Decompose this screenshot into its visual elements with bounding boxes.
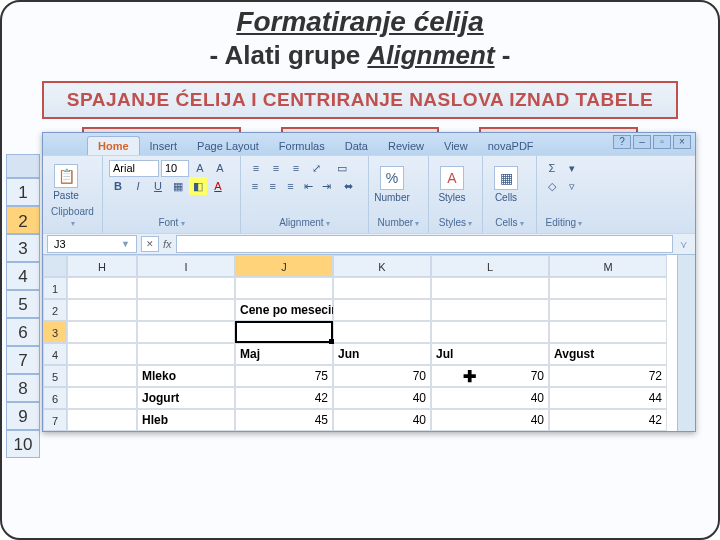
decrease-indent-icon[interactable]: ⇤: [300, 177, 316, 195]
font-size-select[interactable]: 10: [161, 160, 189, 177]
fx-icon[interactable]: fx: [163, 238, 172, 250]
align-left-icon[interactable]: ≡: [247, 177, 263, 195]
increase-indent-icon[interactable]: ⇥: [318, 177, 334, 195]
select-all-corner[interactable]: [43, 255, 67, 277]
border-button[interactable]: ▦: [169, 177, 187, 195]
tab-novapdf[interactable]: novaPDF: [478, 137, 544, 155]
col-header-J[interactable]: J: [235, 255, 333, 277]
align-center-icon[interactable]: ≡: [265, 177, 281, 195]
cell[interactable]: [137, 299, 235, 321]
cell[interactable]: 70: [333, 365, 431, 387]
restore-icon[interactable]: ▫: [653, 135, 671, 149]
col-header-M[interactable]: M: [549, 255, 667, 277]
cell[interactable]: [333, 277, 431, 299]
col-header-L[interactable]: L: [431, 255, 549, 277]
outer-row-1[interactable]: 1: [6, 178, 40, 206]
col-header-I[interactable]: I: [137, 255, 235, 277]
formula-input[interactable]: [176, 235, 673, 253]
fill-icon[interactable]: ▾: [563, 159, 581, 177]
cell[interactable]: 44: [549, 387, 667, 409]
align-bottom-icon[interactable]: ≡: [287, 159, 305, 177]
cell[interactable]: 42: [549, 409, 667, 431]
cell[interactable]: [431, 299, 549, 321]
cell[interactable]: [137, 321, 235, 343]
tab-data[interactable]: Data: [335, 137, 378, 155]
cell[interactable]: [67, 277, 137, 299]
cell[interactable]: 70: [431, 365, 549, 387]
cell[interactable]: Jul: [431, 343, 549, 365]
cell[interactable]: [431, 321, 549, 343]
paste-button[interactable]: 📋 Paste: [49, 159, 83, 206]
row-header-1[interactable]: 1: [43, 277, 67, 299]
cell[interactable]: [137, 343, 235, 365]
cell[interactable]: [333, 299, 431, 321]
cell[interactable]: Hleb: [137, 409, 235, 431]
tab-home[interactable]: Home: [87, 136, 140, 155]
wrap-text-icon[interactable]: ▭: [327, 159, 357, 177]
tab-insert[interactable]: Insert: [140, 137, 188, 155]
outer-row-9[interactable]: 9: [6, 402, 40, 430]
underline-button[interactable]: U: [149, 177, 167, 195]
cell[interactable]: 40: [333, 409, 431, 431]
cell[interactable]: [67, 299, 137, 321]
orientation-icon[interactable]: ⤢: [307, 159, 325, 177]
align-right-icon[interactable]: ≡: [283, 177, 299, 195]
tab-formulas[interactable]: Formulas: [269, 137, 335, 155]
cell[interactable]: [67, 365, 137, 387]
cell[interactable]: 45: [235, 409, 333, 431]
cell[interactable]: [549, 299, 667, 321]
cell[interactable]: 40: [333, 387, 431, 409]
cell[interactable]: [67, 343, 137, 365]
align-top-icon[interactable]: ≡: [247, 159, 265, 177]
merge-center-button[interactable]: ⬌: [336, 177, 362, 195]
grow-font-icon[interactable]: A: [191, 159, 209, 177]
minimize-ribbon-icon[interactable]: –: [633, 135, 651, 149]
bold-button[interactable]: B: [109, 177, 127, 195]
outer-row-10[interactable]: 10: [6, 430, 40, 458]
cell[interactable]: Avgust: [549, 343, 667, 365]
help-icon[interactable]: ?: [613, 135, 631, 149]
clear-icon[interactable]: ◇: [543, 177, 561, 195]
tab-page-layout[interactable]: Page Layout: [187, 137, 269, 155]
row-header-5[interactable]: 5: [43, 365, 67, 387]
sort-filter-icon[interactable]: ▿: [563, 177, 581, 195]
name-box[interactable]: J3 ▼: [47, 235, 137, 253]
cells-button[interactable]: ▦ Cells: [489, 159, 523, 209]
cell[interactable]: Jogurt: [137, 387, 235, 409]
active-cell-J3[interactable]: [235, 321, 333, 343]
row-header-6[interactable]: 6: [43, 387, 67, 409]
cell[interactable]: Maj: [235, 343, 333, 365]
cell[interactable]: 40: [431, 409, 549, 431]
expand-formula-bar-icon[interactable]: ⋎: [677, 239, 689, 250]
row-header-2[interactable]: 2: [43, 299, 67, 321]
cell[interactable]: Mleko: [137, 365, 235, 387]
outer-row-5[interactable]: 5: [6, 290, 40, 318]
close-icon[interactable]: ×: [673, 135, 691, 149]
outer-row-4[interactable]: 4: [6, 262, 40, 290]
tab-review[interactable]: Review: [378, 137, 434, 155]
cell[interactable]: 75: [235, 365, 333, 387]
cell[interactable]: [549, 277, 667, 299]
outer-row-8[interactable]: 8: [6, 374, 40, 402]
outer-row-3[interactable]: 3: [6, 234, 40, 262]
cell-merged-title[interactable]: Cene po mesecima: [235, 299, 333, 321]
cell[interactable]: 72: [549, 365, 667, 387]
row-header-3[interactable]: 3: [43, 321, 67, 343]
cell[interactable]: [67, 409, 137, 431]
cell[interactable]: [431, 277, 549, 299]
number-format-button[interactable]: % Number: [375, 159, 409, 209]
cell[interactable]: Jun: [333, 343, 431, 365]
styles-button[interactable]: A Styles: [435, 159, 469, 209]
cell[interactable]: [67, 387, 137, 409]
scrollbar-area[interactable]: [677, 255, 695, 431]
cell[interactable]: 40: [431, 387, 549, 409]
font-name-select[interactable]: Arial: [109, 160, 159, 177]
col-header-H[interactable]: H: [67, 255, 137, 277]
italic-button[interactable]: I: [129, 177, 147, 195]
tab-view[interactable]: View: [434, 137, 478, 155]
cancel-formula-icon[interactable]: ✕: [141, 236, 159, 252]
outer-row-2[interactable]: 2: [6, 206, 40, 234]
row-header-4[interactable]: 4: [43, 343, 67, 365]
outer-row-7[interactable]: 7: [6, 346, 40, 374]
cell[interactable]: 42: [235, 387, 333, 409]
